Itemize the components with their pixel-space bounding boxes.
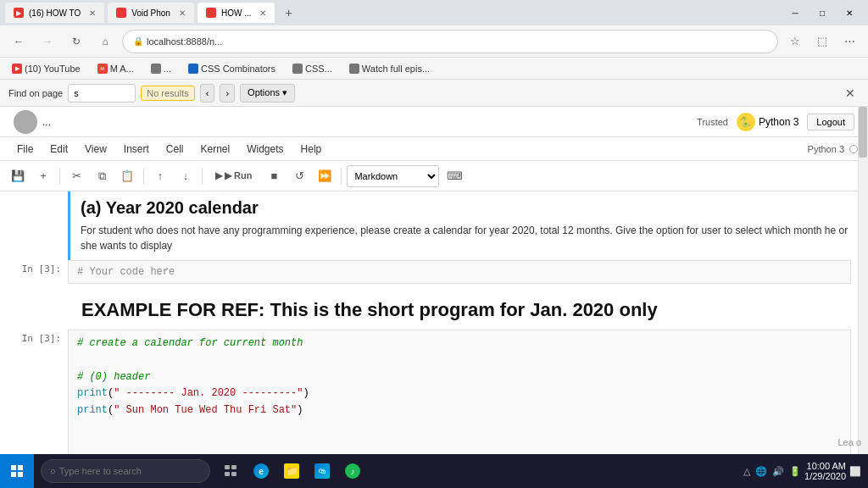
address-bar[interactable]: 🔒 localhost:8888/n... <box>122 30 778 53</box>
menu-widgets[interactable]: Widgets <box>240 141 290 158</box>
taskbar-search-input[interactable] <box>59 466 186 476</box>
tab-label-1: (16) HOW TO <box>29 8 81 18</box>
notebook-menubar: File Edit View Insert Cell Kernel Widget… <box>0 137 868 161</box>
bookmark-watch[interactable]: Watch full epis... <box>344 62 435 75</box>
maximize-button[interactable]: □ <box>809 3 836 23</box>
extensions-button[interactable]: ⬚ <box>810 30 834 53</box>
cell-1-markdown: (a) Year 2020 calendar For student who d… <box>0 191 868 260</box>
bookmark-label-css: CSS Combinators <box>201 64 275 74</box>
keyboard-shortcuts-button[interactable]: ⌨ <box>442 165 467 187</box>
taskbar-view-icon[interactable] <box>217 454 244 488</box>
menu-view[interactable]: View <box>78 141 114 158</box>
example-heading-container: EXAMPLE FOR REF: This is the short progr… <box>0 284 868 330</box>
find-prev-button[interactable]: ‹ <box>200 84 215 103</box>
menu-kernel[interactable]: Kernel <box>194 141 237 158</box>
run-button[interactable]: ▶ ▶ Run <box>208 165 259 187</box>
menu-help[interactable]: Help <box>294 141 329 158</box>
toolbar-separator-3 <box>202 168 203 185</box>
system-tray-icons: △ 🌐 🔊 🔋 <box>743 466 801 477</box>
back-button[interactable]: ← <box>7 30 31 53</box>
taskbar-search-bar[interactable]: ○ <box>41 459 210 483</box>
find-close-button[interactable]: ✕ <box>841 84 860 103</box>
network-icon: 🌐 <box>755 466 767 477</box>
move-down-button[interactable]: ↓ <box>175 165 197 187</box>
paste-cell-button[interactable]: 📋 <box>116 165 138 187</box>
restart-run-button[interactable]: ⏩ <box>314 165 336 187</box>
cut-cell-button[interactable]: ✂ <box>65 165 87 187</box>
jupyter-logo <box>14 110 37 134</box>
tab-favicon-1: ▶ <box>14 8 24 18</box>
notebook-scrollbar[interactable] <box>858 107 868 454</box>
example-heading: EXAMPLE FOR REF: This is the short progr… <box>68 294 851 326</box>
menu-cell[interactable]: Cell <box>159 141 191 158</box>
explorer-icon: 📁 <box>284 463 299 479</box>
reload-button[interactable]: ↻ <box>64 30 88 53</box>
bookmark-favicon-watch <box>349 64 359 74</box>
find-label: Find on page <box>8 88 63 98</box>
bookmark-css[interactable]: CSS Combinators <box>183 62 281 75</box>
forward-button[interactable]: → <box>36 30 59 53</box>
scrollbar-thumb[interactable] <box>859 107 867 158</box>
notebook-toolbar: 💾 + ✂ ⧉ 📋 ↑ ↓ ▶ ▶ Run ■ ↺ ⏩ Markdown Cod… <box>0 161 868 191</box>
find-input[interactable] <box>68 84 136 103</box>
new-tab-button[interactable]: + <box>278 3 298 23</box>
star-button[interactable]: ☆ <box>783 30 807 53</box>
code-line-blank-2 <box>77 419 842 436</box>
store-icon: 🛍 <box>314 463 330 479</box>
cell-type-select[interactable]: Markdown Code Raw NBConvert <box>347 165 439 187</box>
cell-3-prompt: In [3]: <box>0 330 68 344</box>
logout-button[interactable]: Logout <box>807 114 854 130</box>
cell-2-placeholder: # Your code here <box>77 266 175 278</box>
copy-cell-button[interactable]: ⧉ <box>91 165 113 187</box>
restart-button[interactable]: ↺ <box>288 165 310 187</box>
tray-icon-1: △ <box>743 466 750 477</box>
add-cell-button[interactable]: + <box>32 165 54 187</box>
kernel-dot <box>849 145 858 153</box>
tab-1[interactable]: ▶ (16) HOW TO ✕ <box>5 3 104 23</box>
menu-button[interactable]: ⋯ <box>837 30 861 53</box>
taskbar-right: △ 🌐 🔊 🔋 10:00 AM 1/29/2020 ⬜ <box>743 461 868 481</box>
home-button[interactable]: ⌂ <box>93 30 117 53</box>
taskbar-store-icon[interactable]: 🛍 <box>309 454 336 488</box>
interrupt-button[interactable]: ■ <box>263 165 285 187</box>
bookmark-label-gmail: M A... <box>110 64 134 74</box>
taskbar-edge-icon[interactable]: e <box>248 454 275 488</box>
system-clock[interactable]: 10:00 AM 1/29/2020 <box>804 461 846 481</box>
windows-taskbar: ○ e 📁 🛍 ♪ △ 🌐 🔊 🔋 <box>0 454 868 488</box>
close-button[interactable]: ✕ <box>836 3 863 23</box>
taskbar-explorer-icon[interactable]: 📁 <box>278 454 305 488</box>
bookmark-favicon-css <box>188 64 198 74</box>
find-next-button[interactable]: › <box>220 84 235 103</box>
bookmark-youtube[interactable]: ▶ (10) YouTube <box>7 62 86 75</box>
save-button[interactable]: 💾 <box>7 165 29 187</box>
lock-icon: 🔒 <box>133 36 143 46</box>
notebook-logo: ... <box>14 110 51 134</box>
bookmark-3[interactable]: ... <box>146 62 176 75</box>
tab-close-1[interactable]: ✕ <box>89 8 96 18</box>
notebook-content[interactable]: (a) Year 2020 calendar For student who d… <box>0 191 868 454</box>
tab-close-3[interactable]: ✕ <box>259 8 266 18</box>
menu-insert[interactable]: Insert <box>117 141 156 158</box>
find-options-button[interactable]: Options ▾ <box>240 84 295 103</box>
trusted-label: Trusted <box>697 117 728 127</box>
tab-3[interactable]: HOW ... ✕ <box>198 3 275 23</box>
taskbar-spotify-icon[interactable]: ♪ <box>339 454 366 488</box>
bookmark-favicon-3 <box>151 64 161 74</box>
tab-2[interactable]: Void Phon ✕ <box>108 3 194 23</box>
menu-file[interactable]: File <box>10 141 40 158</box>
kernel-status: Python 3 <box>808 144 858 154</box>
minimize-button[interactable]: ─ <box>782 3 809 23</box>
notebook-header-right: Trusted 🐍 Python 3 Logout <box>697 113 854 131</box>
move-up-button[interactable]: ↑ <box>149 165 171 187</box>
bookmark-gmail[interactable]: M M A... <box>92 62 139 75</box>
start-button[interactable] <box>0 454 34 488</box>
bookmark-5[interactable]: CSS... <box>287 62 337 75</box>
notification-button[interactable]: ⬜ <box>849 466 861 477</box>
tab-close-2[interactable]: ✕ <box>179 8 186 18</box>
svg-rect-2 <box>11 472 16 477</box>
cell-2-code-input: In [3]: # Your code here <box>0 260 868 284</box>
edge-icon: e <box>253 463 269 479</box>
menu-edit[interactable]: Edit <box>43 141 75 158</box>
windows-logo-icon <box>10 464 24 478</box>
volume-icon: 🔊 <box>772 466 784 477</box>
